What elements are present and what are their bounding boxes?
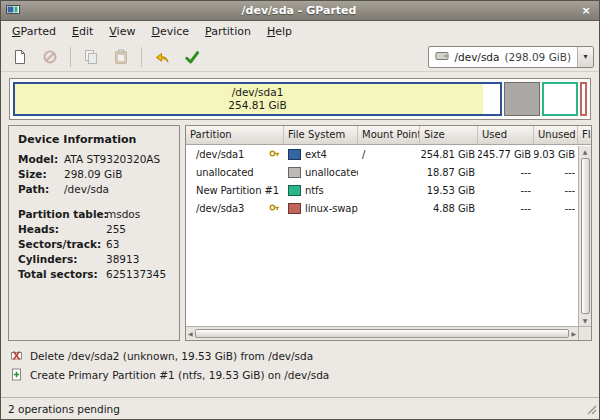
info-value-total-sectors: 625137345	[106, 268, 170, 280]
device-selector[interactable]: /dev/sda (298.09 GiB) ▾	[428, 46, 594, 68]
copy-button[interactable]	[77, 44, 105, 69]
partition-segment-sda1[interactable]: /dev/sda1 254.81 GiB	[13, 82, 502, 116]
pending-operations-panel: Delete /dev/sda2 (unknown, 19.53 GiB) fr…	[1, 341, 599, 397]
filesystem-name: linux-swap	[305, 203, 358, 214]
column-header-unused[interactable]: Unused	[534, 126, 578, 144]
main-area: Device Information Model: ATA ST9320320A…	[1, 125, 599, 341]
toolbar: /dev/sda (298.09 GiB) ▾	[1, 42, 599, 72]
operation-item: Create Primary Partition #1 (ntfs, 19.53…	[10, 367, 590, 383]
filesystem-color-swatch	[288, 203, 301, 214]
table-vertical-scrollbar[interactable]: ▲ ▼	[578, 146, 591, 326]
segment-label-size: 254.81 GiB	[228, 99, 286, 112]
mount-point	[358, 181, 420, 199]
partition-name: New Partition #1	[196, 185, 279, 196]
segment-label-device: /dev/sda1	[232, 86, 284, 99]
column-header-file-system[interactable]: File System	[284, 126, 358, 144]
column-header-flags[interactable]: Flags	[578, 126, 591, 144]
paste-icon	[113, 49, 129, 65]
status-text: 2 operations pending	[8, 403, 120, 415]
mount-point	[358, 163, 420, 181]
resize-grip-icon[interactable]	[585, 403, 598, 418]
mounted-key-icon	[267, 148, 280, 161]
partition-used: ---	[478, 199, 534, 217]
drive-icon	[435, 50, 449, 64]
vertical-scroll-thumb[interactable]	[581, 158, 590, 314]
info-label-total-sectors: Total sectors:	[18, 268, 106, 280]
new-partition-button[interactable]	[6, 44, 34, 69]
operation-item: Delete /dev/sda2 (unknown, 19.53 GiB) fr…	[10, 348, 590, 364]
gparted-window: /dev/sda - GParted × GParted Edit View D…	[0, 0, 600, 420]
table-empty-area	[186, 217, 591, 340]
dropdown-arrow-icon[interactable]: ▾	[577, 47, 593, 67]
scroll-right-icon[interactable]: ▶	[571, 330, 576, 337]
menu-edit[interactable]: Edit	[64, 21, 101, 42]
menu-gparted[interactable]: GParted	[4, 21, 64, 42]
info-value-heads: 255	[106, 223, 170, 235]
partition-unused: ---	[534, 163, 578, 181]
table-row[interactable]: /dev/sda1 ext4 / 254.81 GiB 245.77 GiB 9…	[186, 145, 578, 163]
status-bar: 2 operations pending	[1, 397, 599, 419]
info-label-sectors-track: Sectors/track:	[18, 238, 106, 250]
menu-help[interactable]: Help	[259, 21, 300, 42]
info-value-size: 298.09 GiB	[64, 168, 170, 180]
mount-point: /	[358, 145, 420, 163]
paste-button[interactable]	[107, 44, 135, 69]
scroll-up-icon[interactable]: ▲	[583, 146, 588, 157]
scroll-left-icon[interactable]: ◀	[188, 330, 193, 337]
partition-name: /dev/sda1	[196, 149, 244, 160]
info-label-cylinders: Cylinders:	[18, 253, 106, 265]
window-title: /dev/sda - GParted	[25, 4, 573, 17]
partition-size: 4.88 GiB	[420, 199, 478, 217]
info-label-heads: Heads:	[18, 223, 106, 235]
device-information-panel: Device Information Model: ATA ST9320320A…	[8, 125, 180, 341]
copy-icon	[83, 49, 99, 65]
close-icon: ×	[581, 4, 590, 17]
menu-view[interactable]: View	[101, 21, 143, 42]
operation-text: Delete /dev/sda2 (unknown, 19.53 GiB) fr…	[30, 350, 313, 362]
table-horizontal-scrollbar[interactable]: ◀ ▶	[186, 326, 578, 340]
menu-partition[interactable]: Partition	[197, 21, 259, 42]
info-label-size: Size:	[18, 168, 64, 180]
table-row[interactable]: /dev/sda3 linux-swap 4.88 GiB --- ---	[186, 199, 578, 217]
partition-unused: 9.03 GiB	[534, 145, 578, 163]
menu-bar: GParted Edit View Device Partition Help	[1, 21, 599, 42]
partition-used: ---	[478, 163, 534, 181]
partition-table-panel: Partition File System Mount Point Size U…	[185, 125, 592, 341]
delete-partition-button[interactable]	[36, 44, 64, 69]
delete-operation-icon	[10, 349, 23, 364]
info-label-model: Model:	[18, 153, 64, 165]
info-value-sectors-track: 63	[106, 238, 170, 250]
partition-size: 254.81 GiB	[420, 145, 478, 163]
partition-segment-sda3[interactable]	[580, 82, 587, 116]
undo-button[interactable]	[148, 44, 176, 69]
apply-check-icon	[184, 49, 200, 65]
mounted-key-icon	[267, 202, 280, 215]
column-header-partition[interactable]: Partition	[186, 126, 284, 144]
new-partition-icon	[12, 49, 28, 65]
column-header-used[interactable]: Used	[478, 126, 534, 144]
partition-name: /dev/sda3	[196, 203, 244, 214]
device-information-title: Device Information	[18, 133, 170, 146]
create-operation-icon	[10, 368, 23, 383]
scroll-down-icon[interactable]: ▼	[583, 315, 588, 326]
column-header-size[interactable]: Size	[420, 126, 478, 144]
table-rows: /dev/sda1 ext4 / 254.81 GiB 245.77 GiB 9…	[186, 145, 591, 217]
info-label-partition-table: Partition table:	[18, 208, 106, 220]
info-label-path: Path:	[18, 183, 64, 195]
close-button[interactable]: ×	[578, 3, 594, 18]
info-value-partition-table: msdos	[106, 208, 170, 220]
partition-segment-new-partition-1[interactable]	[542, 82, 579, 116]
partition-unused: ---	[534, 181, 578, 199]
info-value-model: ATA ST9320320AS	[64, 153, 170, 165]
table-row[interactable]: New Partition #1 ntfs 19.53 GiB --- ---	[186, 181, 578, 199]
table-row[interactable]: unallocated unallocated 18.87 GiB --- --…	[186, 163, 578, 181]
filesystem-color-swatch	[288, 167, 301, 178]
partition-segment-unallocated[interactable]	[504, 82, 540, 116]
menu-device[interactable]: Device	[143, 21, 197, 42]
delete-partition-icon	[42, 49, 58, 65]
filesystem-color-swatch	[288, 149, 301, 160]
column-header-mount-point[interactable]: Mount Point	[358, 126, 420, 144]
apply-button[interactable]	[178, 44, 206, 69]
filesystem-name: ext4	[305, 149, 327, 160]
horizontal-scroll-thumb[interactable]	[195, 329, 570, 338]
